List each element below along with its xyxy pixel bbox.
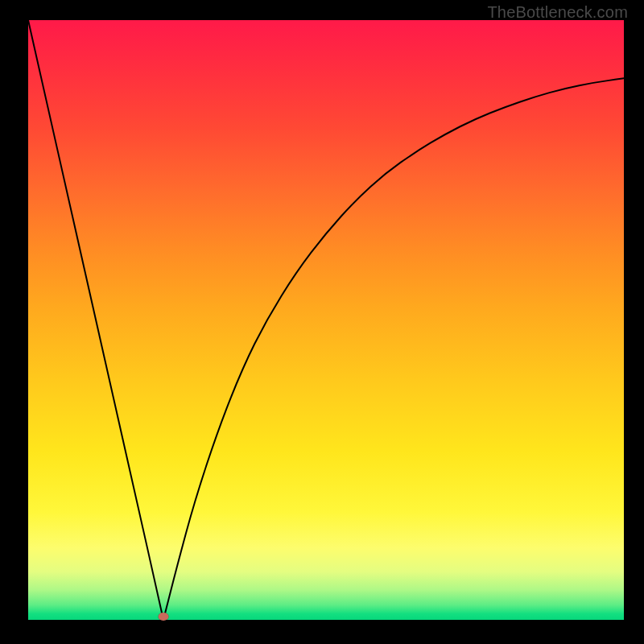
optimal-point-marker bbox=[158, 613, 168, 621]
watermark-label: TheBottleneck.com bbox=[487, 3, 628, 22]
chart-frame: TheBottleneck.com bbox=[0, 0, 644, 644]
plot-area bbox=[28, 20, 624, 620]
bottleneck-curve bbox=[28, 20, 624, 620]
